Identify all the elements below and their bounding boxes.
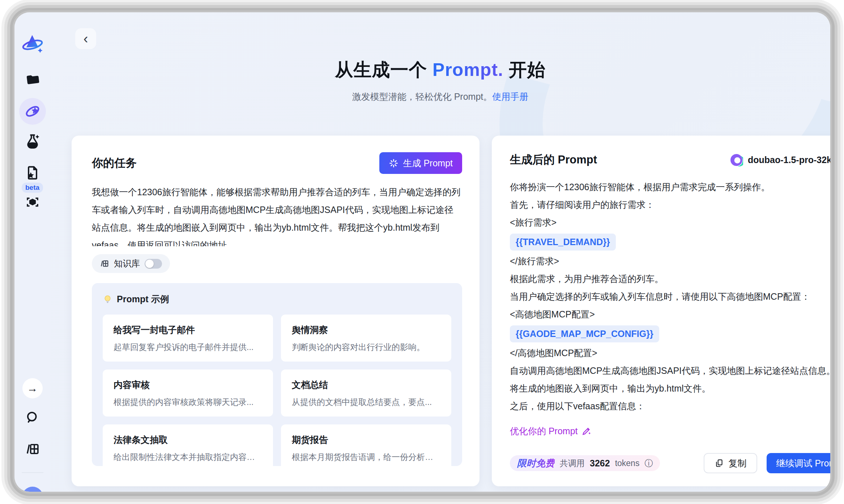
example-card-desc: 起草回复客户投诉的电子邮件并提供... bbox=[114, 342, 262, 353]
prompt-line-text: 当用户确定选择的列车或输入列车信息时，请使用以下高德地图MCP配置： bbox=[510, 291, 810, 302]
prompt-line: 根据此需求，为用户推荐合适的列车。 bbox=[510, 270, 830, 288]
example-card-desc: 从提供的文档中提取总结要点，要点... bbox=[292, 397, 440, 408]
prompt-examples-panel: Prompt 示例 给我写一封电子邮件 起草回复客户投诉的电子邮件并提供... … bbox=[92, 283, 462, 466]
page-title: 从生成一个 Prompt. 开始 bbox=[50, 58, 830, 82]
cube-scan-icon bbox=[25, 195, 40, 210]
knowledge-base-toggle[interactable] bbox=[145, 259, 162, 269]
examples-grid: 给我写一封电子邮件 起草回复客户投诉的电子邮件并提供... 舆情洞察 判断舆论的… bbox=[103, 315, 451, 466]
examples-header-label: Prompt 示例 bbox=[117, 293, 169, 305]
back-button[interactable]: ‹ bbox=[75, 28, 96, 49]
example-card-desc: 根据本月期货报告语调，给一份分析报告 bbox=[292, 452, 440, 463]
example-card[interactable]: 期货报告 根据本月期货报告语调，给一份分析报告 bbox=[281, 424, 451, 466]
folder-icon bbox=[25, 71, 40, 86]
copy-icon bbox=[715, 458, 724, 468]
prompt-line: 之后，使用以下vefaas配置信息： bbox=[510, 397, 830, 415]
pen-sparkle-icon bbox=[581, 426, 591, 436]
app-logo[interactable] bbox=[14, 31, 50, 56]
prompt-line-text: 将生成的地图嵌入到网页中，输出为yb.html文件。 bbox=[510, 383, 711, 393]
prompt-line-text: 首先，请仔细阅读用户的旅行需求： bbox=[510, 200, 655, 210]
example-card-title: 舆情洞察 bbox=[292, 324, 440, 336]
sidebar-item-workspace[interactable] bbox=[14, 70, 50, 87]
prompt-line-text: </旅行需求> bbox=[510, 256, 559, 266]
example-card-title: 法律条文抽取 bbox=[114, 434, 262, 446]
prompt-line-text: 你将扮演一个12306旅行智能体，根据用户需求完成一系列操作。 bbox=[510, 182, 770, 192]
example-card-title: 给我写一封电子邮件 bbox=[114, 324, 262, 336]
model-name-label: doubao-1.5-pro-32k-250 bbox=[748, 155, 830, 165]
example-card-title: 文档总结 bbox=[292, 379, 440, 391]
main-area: ‹ 从生成一个 Prompt. 开始 激发模型潜能，轻松优化 Prompt。使用… bbox=[50, 12, 830, 492]
sidebar-item-model-box[interactable] bbox=[14, 194, 50, 210]
beta-badge: beta bbox=[14, 183, 50, 192]
toggle-knob bbox=[145, 260, 154, 268]
prompt-line: 你将扮演一个12306旅行智能体，根据用户需求完成一系列操作。 bbox=[510, 178, 830, 196]
result-footer: 限时免费 共调用 3262 tokens ⓘ 复制 bbox=[510, 453, 830, 473]
app-window: beta → bbox=[14, 12, 830, 492]
document-star-icon bbox=[25, 165, 41, 181]
example-card-desc: 根据提供的内容审核政策将聊天记录... bbox=[114, 397, 262, 408]
generated-prompt-body[interactable]: 你将扮演一个12306旅行智能体，根据用户需求完成一系列操作。 首先，请仔细阅读… bbox=[510, 178, 830, 415]
prompt-line: {{TRAVEL_DEMAND}} bbox=[510, 231, 830, 252]
prompt-line: 当用户确定选择的列车或输入列车信息时，请使用以下高德地图MCP配置： bbox=[510, 288, 830, 306]
prompt-line: 将生成的地图嵌入到网页中，输出为yb.html文件。 bbox=[510, 380, 830, 397]
usage-badge: 限时免费 共调用 3262 tokens ⓘ bbox=[510, 455, 660, 471]
sidebar: beta → bbox=[14, 12, 50, 492]
copy-button[interactable]: 复制 bbox=[704, 453, 757, 473]
usage-prefix-label: 共调用 bbox=[560, 458, 585, 469]
prompt-line: <高德地图MCP配置> bbox=[510, 306, 830, 323]
sidebar-item-search[interactable] bbox=[14, 409, 50, 426]
example-card[interactable]: 内容审核 根据提供的内容审核政策将聊天记录... bbox=[103, 370, 273, 417]
arrow-right-icon: → bbox=[22, 378, 43, 398]
chevron-left-icon: ‹ bbox=[84, 31, 88, 47]
info-icon[interactable]: ⓘ bbox=[644, 458, 653, 469]
sparkle-burst-icon bbox=[389, 158, 398, 168]
model-selector[interactable]: doubao-1.5-pro-32k-250 bbox=[730, 153, 830, 167]
hero-header: 从生成一个 Prompt. 开始 激发模型潜能，轻松优化 Prompt。使用手册 bbox=[50, 58, 830, 103]
example-card-title: 期货报告 bbox=[292, 434, 440, 446]
example-card-desc: 判断舆论的内容对出行行业的影响。 bbox=[292, 342, 440, 353]
manual-link[interactable]: 使用手册 bbox=[492, 91, 528, 102]
prompt-line-text: {{GAODE_MAP_MCP_CONFIG}} bbox=[510, 325, 659, 342]
knowledge-base-pill: 知识库 bbox=[92, 254, 170, 273]
generate-prompt-button[interactable]: 生成 Prompt bbox=[379, 152, 462, 174]
example-card[interactable]: 法律条文抽取 给出限制性法律文本并抽取指定内容要点 bbox=[103, 424, 273, 466]
prompt-line: 首先，请仔细阅读用户的旅行需求： bbox=[510, 196, 830, 214]
sidebar-item-prompt-lab[interactable] bbox=[14, 98, 50, 125]
sidebar-item-experiment[interactable] bbox=[14, 132, 50, 150]
continue-debug-button[interactable]: 继续调试 Prompt bbox=[767, 453, 830, 473]
orbit-star-icon bbox=[25, 103, 41, 119]
prompt-line: </高德地图MCP配置> bbox=[510, 344, 830, 362]
prompt-line: 自动调用高德地图MCP生成高德地图JSAPI代码，实现地图上标记途径站点信息。 bbox=[510, 362, 830, 380]
page-subtitle: 激发模型潜能，轻松优化 Prompt。使用手册 bbox=[50, 91, 830, 103]
active-item-halo bbox=[19, 98, 46, 125]
prompt-line-text: </高德地图MCP配置> bbox=[510, 348, 597, 358]
example-card[interactable]: 文档总结 从提供的文档中提取总结要点，要点... bbox=[281, 370, 451, 417]
sidebar-collapse-button[interactable]: → bbox=[14, 378, 50, 398]
tokens-unit-label: tokens bbox=[615, 458, 640, 468]
user-avatar[interactable] bbox=[22, 487, 43, 492]
prompt-line-text: <旅行需求> bbox=[510, 217, 557, 227]
prompt-line: </旅行需求> bbox=[510, 252, 830, 270]
logo-icon bbox=[21, 33, 44, 55]
prompt-line-text: {{TRAVEL_DEMAND}} bbox=[510, 234, 616, 251]
sidebar-item-templates[interactable] bbox=[14, 164, 50, 181]
prompt-line: {{GAODE_MAP_MCP_CONFIG}} bbox=[510, 323, 830, 344]
example-card[interactable]: 给我写一封电子邮件 起草回复客户投诉的电子邮件并提供... bbox=[103, 315, 273, 362]
continue-debug-label: 继续调试 Prompt bbox=[776, 457, 830, 469]
example-card[interactable]: 舆情洞察 判断舆论的内容对出行行业的影响。 bbox=[281, 315, 451, 362]
knowledge-base-icon bbox=[100, 259, 109, 268]
model-logo-icon bbox=[730, 153, 743, 167]
screen: beta → bbox=[0, 0, 844, 504]
sidebar-item-library[interactable] bbox=[14, 440, 50, 458]
copy-button-label: 复制 bbox=[728, 457, 746, 469]
result-card: 生成后的 Prompt doubao-1.5-pro-32k-250 bbox=[492, 136, 830, 486]
example-card-title: 内容审核 bbox=[114, 379, 262, 391]
example-card-desc: 给出限制性法律文本并抽取指定内容要点 bbox=[114, 452, 262, 463]
task-input[interactable]: 我想做一个12306旅行智能体，能够根据需求帮助用户推荐合适的列车，当用户确定选… bbox=[92, 183, 462, 246]
optimize-prompt-link[interactable]: 优化你的 Prompt bbox=[510, 425, 591, 437]
knowledge-base-label: 知识库 bbox=[114, 258, 140, 269]
prompt-line-text: <高德地图MCP配置> bbox=[510, 309, 595, 319]
optimize-link-label: 优化你的 Prompt bbox=[510, 425, 578, 437]
prompt-line: <旅行需求> bbox=[510, 214, 830, 231]
free-badge-label: 限时免费 bbox=[517, 457, 555, 470]
generate-prompt-label: 生成 Prompt bbox=[403, 157, 453, 169]
